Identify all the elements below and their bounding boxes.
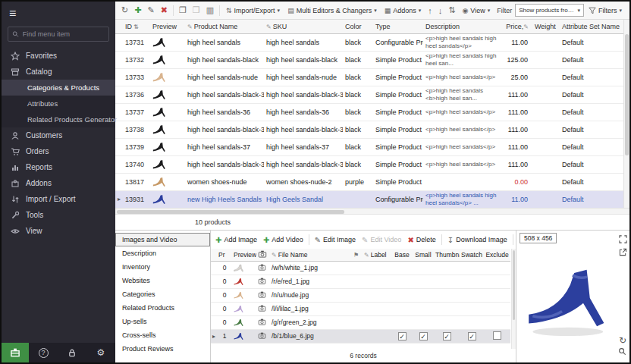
table-row[interactable]: 13733high heel sandals-nudehigh heel san… <box>115 68 626 86</box>
checkbox-swatch[interactable]: ✓ <box>468 332 476 340</box>
vertical-scrollbar[interactable] <box>623 20 629 208</box>
scrollbar-thumb[interactable] <box>625 34 629 155</box>
tab-inventory[interactable]: Inventory <box>115 260 210 274</box>
row-expander[interactable]: ▸ <box>211 329 217 343</box>
image-row[interactable]: 0/l/i/lilac_1.jpg <box>211 302 510 315</box>
sidebar-item-attributes[interactable]: Attributes <box>2 96 115 111</box>
sidebar-item-reports[interactable]: Reports <box>2 159 115 175</box>
table-row[interactable]: 13739high heel sandals-37high heel sanda… <box>115 138 626 155</box>
col-id[interactable]: ID⇅ <box>123 20 150 33</box>
zoom-button[interactable] <box>618 345 626 359</box>
tab-images-and-video[interactable]: Images and Video <box>115 233 210 246</box>
addons-menu[interactable]: ▦ Addons ▾ <box>381 7 425 14</box>
settings-button[interactable]: ⚙ <box>86 347 115 358</box>
rotate-button[interactable]: ↻ <box>619 335 626 346</box>
col-sku[interactable]: ✎SKU <box>264 20 343 33</box>
col-description[interactable]: Description <box>423 20 501 33</box>
sidebar-item-categories-products[interactable]: Categories & Products <box>2 80 115 96</box>
col-exclude[interactable]: Exclude <box>484 249 510 261</box>
col-weight[interactable]: Weight <box>532 20 560 33</box>
lock-button[interactable] <box>58 348 86 358</box>
tab-categories[interactable]: Categories <box>115 287 210 301</box>
col-base[interactable]: Base <box>391 249 413 261</box>
checkbox-base[interactable]: ✓ <box>398 332 407 340</box>
table-row[interactable]: 13817women shoes-nudewomen shoes-nude-2p… <box>115 173 626 190</box>
image-row[interactable]: 0/n/u/nude.jpg <box>211 288 510 302</box>
hamburger-menu-icon[interactable]: ≡ <box>2 2 115 24</box>
row-expander[interactable]: ▸ <box>115 190 123 208</box>
col-preview[interactable]: Preview <box>232 249 256 261</box>
image-row[interactable]: 0/r/e/red_1.jpg <box>211 275 510 288</box>
sidebar-item-addons[interactable]: Addons <box>2 175 115 191</box>
sidebar-item-favorites[interactable]: Favorites <box>2 48 115 64</box>
tab-cross-sells[interactable]: Cross-sells <box>115 328 210 342</box>
store-icon[interactable] <box>2 343 29 362</box>
sidebar-search[interactable] <box>8 27 109 42</box>
tab-related-products[interactable]: Related Products <box>115 301 210 315</box>
table-row[interactable]: 13738high heel sandals-black-37high heel… <box>115 121 626 138</box>
add-video-button[interactable]: ✚Add Video <box>260 236 306 244</box>
sort-toggle-button[interactable]: ⇅ <box>445 5 458 15</box>
copy-button[interactable]: ❐ <box>176 5 190 15</box>
delete-image-button[interactable]: ✖Delete <box>404 236 438 244</box>
col-thumbnail[interactable]: Thumbna <box>434 249 460 261</box>
table-row[interactable]: 13732high heel sandals-blackhigh heel sa… <box>115 51 626 68</box>
tab-websites[interactable]: Websites <box>115 274 210 287</box>
add-image-button[interactable]: ✚Add Image <box>212 236 260 244</box>
refresh-button[interactable]: ↻ <box>118 5 131 15</box>
col-label[interactable]: ✎Label <box>363 249 391 261</box>
import-export-menu[interactable]: ⇅ Import/Export ▾ <box>222 7 284 14</box>
col-type[interactable]: Type <box>373 20 423 33</box>
filters-menu[interactable]: Filters ▾ <box>584 7 626 14</box>
view-menu[interactable]: ◉ View ▾ <box>458 7 494 14</box>
table-row[interactable]: 13731high heel sandalshigh heel sandalsb… <box>115 33 626 51</box>
table-row[interactable]: 13740high heel sandals-black-38high heel… <box>115 155 626 173</box>
col-small[interactable]: Small <box>413 249 434 261</box>
scrollbar-thumb[interactable] <box>513 250 515 320</box>
image-row[interactable]: 0/w/h/white_1.jpg <box>211 261 510 275</box>
tab-description[interactable]: Description <box>115 246 210 260</box>
tab-product-reviews[interactable]: Product Reviews <box>115 342 210 356</box>
multi-editors-menu[interactable]: ▤ Multi Editors & Changers ▾ <box>284 7 381 14</box>
checkbox-thumbnail[interactable]: ✓ <box>443 332 451 340</box>
add-product-button[interactable]: ✚ <box>131 5 144 15</box>
col-flag[interactable]: ⚑ <box>352 249 363 261</box>
columns-button[interactable]: ▥ <box>203 5 217 15</box>
col-attribute-set[interactable]: Attribute Set Name <box>560 20 626 33</box>
sidebar-item-customers[interactable]: Customers <box>2 127 115 143</box>
checkbox-exclude[interactable] <box>493 331 501 340</box>
col-color[interactable]: Color <box>343 20 373 33</box>
search-input[interactable] <box>23 30 105 38</box>
image-row[interactable]: 0/g/r/green_2.jpg <box>211 315 510 329</box>
sidebar-item-related-products-generator[interactable]: Related Products Generator <box>2 111 115 127</box>
table-row[interactable]: 13737high heel sandals-36high heel sanda… <box>115 103 626 121</box>
table-row[interactable]: 13736high heel sandals-black-36high heel… <box>115 86 626 103</box>
col-price[interactable]: Price,✎ <box>501 20 532 33</box>
sidebar-item-tools[interactable]: Tools <box>2 207 115 223</box>
paste-button[interactable]: ❒ <box>190 5 203 15</box>
download-image-button[interactable]: ↧Download Image <box>444 236 510 244</box>
fullscreen-button[interactable] <box>619 233 627 246</box>
edit-product-button[interactable]: ✎ <box>144 5 157 15</box>
col-file-name[interactable]: ✎File Name <box>270 249 352 261</box>
sort-desc-button[interactable]: ↓ <box>435 6 446 15</box>
delete-product-button[interactable]: ✖ <box>158 5 171 15</box>
checkbox-small[interactable]: ✓ <box>419 332 428 340</box>
table-row-selected[interactable]: ▸13931new High Heels SandalsHigh Geels S… <box>115 190 626 208</box>
image-row-selected[interactable]: ▸1/b/1/blue_6.jpg✓✓✓✓ <box>211 329 510 343</box>
edit-video-button[interactable]: ✎Edit Video <box>359 236 404 244</box>
scrollbar-thumb[interactable] <box>117 210 344 214</box>
help-button[interactable]: ? <box>29 348 58 358</box>
col-preview[interactable]: Preview <box>150 20 185 33</box>
filter-select[interactable]: Show products from selected categories ▾ <box>515 4 584 17</box>
col-product-name[interactable]: ✎Product Name <box>185 20 264 33</box>
sidebar-item-import-export[interactable]: Import / Export <box>2 191 115 207</box>
sort-asc-button[interactable]: ↑ <box>425 6 435 15</box>
col-priority[interactable]: Pr <box>217 249 232 261</box>
col-camera[interactable] <box>256 249 270 261</box>
sidebar-item-orders[interactable]: Orders <box>2 143 115 159</box>
edit-image-button[interactable]: ✎Edit Image <box>312 236 359 244</box>
horizontal-scrollbar[interactable] <box>115 208 629 215</box>
sidebar-item-catalog[interactable]: Catalog <box>2 64 115 80</box>
sidebar-item-view[interactable]: View <box>2 223 115 239</box>
